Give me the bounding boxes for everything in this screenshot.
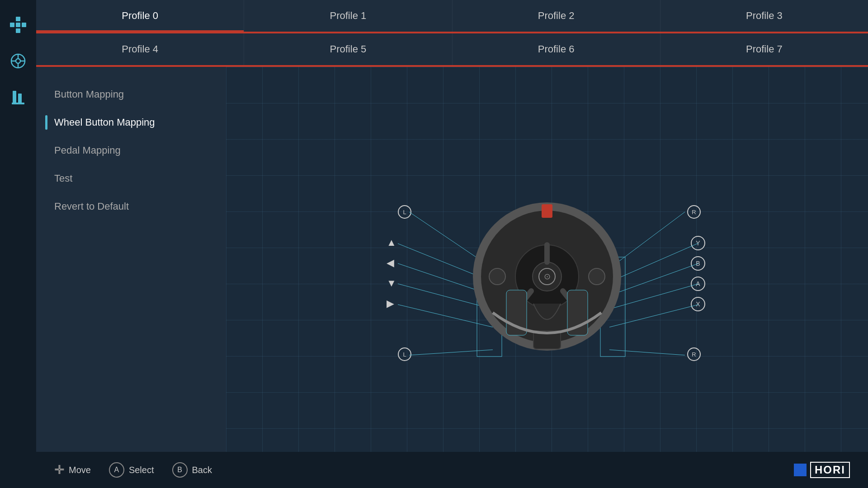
left-lb-label: L [398,205,411,219]
rb2-icon: R [687,347,701,361]
steering-wheel: ⊙ [470,200,624,355]
menu-button-mapping[interactable]: Button Mapping [36,80,226,108]
tabs-row-2: Profile 4 Profile 5 Profile 6 Profile 7 [36,33,868,65]
lb-icon: L [398,205,411,219]
tab-profile-3[interactable]: Profile 3 [660,0,868,32]
svg-rect-30 [542,204,552,218]
tab-profile-1[interactable]: Profile 1 [244,0,452,32]
svg-rect-3 [22,23,26,27]
bottom-bar: ✛ Move A Select B Back HORI [36,452,868,488]
menu-test[interactable]: Test [36,164,226,192]
tab-profile-2[interactable]: Profile 2 [453,0,660,32]
tabs-row-1: Profile 0 Profile 1 Profile 2 Profile 3 [36,0,868,32]
tabs-container: Profile 0 Profile 1 Profile 2 Profile 3 … [36,0,868,67]
left-lb2-label: L [398,347,411,361]
tab-profile-4[interactable]: Profile 4 [36,33,244,65]
dpad-left-label: ◀ [387,257,394,269]
dpad-down-label: ▼ [387,277,396,289]
main-layout: Button Mapping Wheel Button Mapping Peda… [36,67,868,488]
right-rb2-label: R [687,347,701,361]
y-button: Y [691,236,705,250]
b-button: B [691,256,705,271]
sidebar-icon-dpad[interactable] [7,14,29,36]
svg-point-41 [489,268,505,285]
rb-icon: R [687,205,701,219]
sidebar [0,0,36,488]
lb2-icon: L [398,347,411,361]
move-label: Move [69,465,91,475]
hori-logo: HORI [794,462,850,478]
svg-rect-12 [18,94,22,103]
back-control[interactable]: B Back [172,462,212,478]
menu-pedal-mapping[interactable]: Pedal Mapping [36,136,226,164]
b-back-icon: B [172,462,188,478]
diagram-wrapper: L ▲ ◀ ▼ ▶ L R [226,67,868,488]
tab-profile-5[interactable]: Profile 5 [244,33,452,65]
menu-wheel-button-mapping[interactable]: Wheel Button Mapping [36,108,226,136]
svg-rect-11 [13,91,16,103]
sidebar-icon-pedal[interactable] [7,86,29,108]
dpad-up-label: ▲ [387,237,396,249]
wheel-svg: ⊙ [470,200,624,353]
diagram-inner: L ▲ ◀ ▼ ▶ L R [344,142,750,413]
tab-profile-0[interactable]: Profile 0 [36,0,244,32]
tab-profile-7[interactable]: Profile 7 [660,33,868,65]
a-button: A [691,277,705,291]
right-rb-label: R [687,205,701,219]
hori-text: HORI [810,462,850,478]
move-control: ✛ Move [54,463,91,477]
back-label: Back [192,465,212,475]
svg-rect-4 [16,23,20,27]
content-area: L ▲ ◀ ▼ ▶ L R [226,67,868,488]
svg-rect-2 [10,23,14,27]
select-control[interactable]: A Select [109,462,154,478]
svg-rect-1 [16,28,20,33]
svg-point-42 [589,268,605,285]
plus-icon: ✛ [54,463,64,477]
tab-profile-6[interactable]: Profile 6 [453,33,660,65]
sidebar-icon-wheel[interactable] [7,50,29,72]
svg-rect-0 [16,17,20,21]
menu-revert-default[interactable]: Revert to Default [36,192,226,221]
x-button: X [691,297,705,311]
hori-blue-square [794,464,807,476]
svg-text:⊙: ⊙ [544,272,551,281]
svg-rect-13 [12,103,24,104]
menu-panel: Button Mapping Wheel Button Mapping Peda… [36,67,226,488]
select-label: Select [129,465,154,475]
dpad-right-label: ▶ [387,298,394,310]
a-select-icon: A [109,462,124,478]
svg-point-6 [16,59,20,63]
